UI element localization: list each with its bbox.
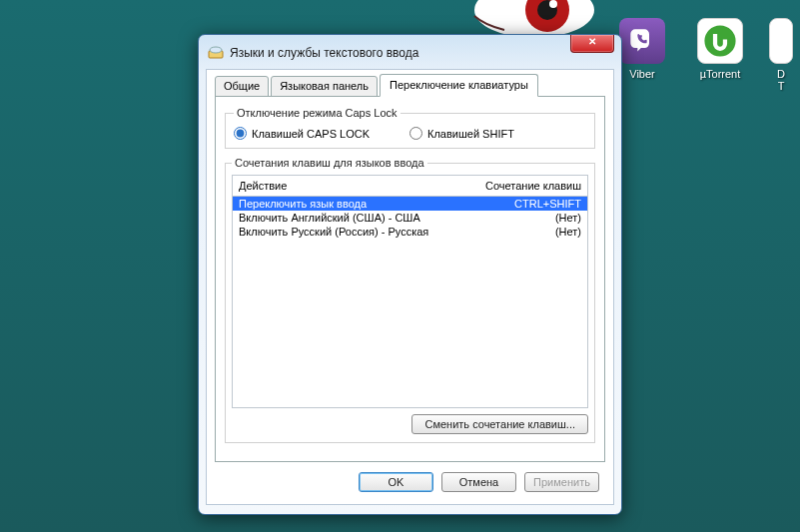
capslock-group: Отключение режима Caps Lock Клавишей CAP… xyxy=(225,107,595,149)
tab-general[interactable]: Общие xyxy=(215,76,269,97)
tab-content: Отключение режима Caps Lock Клавишей CAP… xyxy=(215,96,605,462)
close-button[interactable]: ✕ xyxy=(570,35,614,53)
close-icon: ✕ xyxy=(588,36,596,47)
desktop-icon-label: T xyxy=(778,80,785,92)
svg-point-6 xyxy=(210,47,222,53)
list-header: Действие Сочетание клавиш xyxy=(232,175,588,197)
radio-shift[interactable]: Клавишей SHIFT xyxy=(409,127,514,140)
desktop-icon-label: Viber xyxy=(629,68,654,80)
tab-strip: Общие Языковая панель Переключение клави… xyxy=(215,76,605,97)
titlebar[interactable]: Языки и службы текстового ввода xyxy=(206,41,614,65)
hotkeys-group: Сочетания клавиш для языков ввода Действ… xyxy=(225,157,595,443)
window-title: Языки и службы текстового ввода xyxy=(230,46,612,60)
ok-button[interactable]: OK xyxy=(359,472,433,492)
dialog-window: ✕ Языки и службы текстового ввода Общие … xyxy=(198,34,622,515)
list-item[interactable]: Включить Английский (США) - США (Нет) xyxy=(233,211,587,225)
apply-button[interactable]: Применить xyxy=(524,472,599,492)
desktop-icon-label: D xyxy=(777,68,785,80)
desktop-icon-label: µTorrent xyxy=(700,68,741,80)
col-combo: Сочетание клавиш xyxy=(485,180,581,192)
list-item[interactable]: Включить Русский (Россия) - Русская (Нет… xyxy=(233,225,587,239)
svg-point-3 xyxy=(549,0,557,8)
col-action: Действие xyxy=(239,180,287,192)
capslock-legend: Отключение режима Caps Lock xyxy=(234,107,400,119)
svg-point-4 xyxy=(704,25,735,56)
list-item[interactable]: Переключить язык ввода CTRL+SHIFT xyxy=(233,197,587,211)
desktop-icon-utorrent[interactable]: µTorrent xyxy=(690,18,750,92)
radio-shift-input[interactable] xyxy=(409,127,422,140)
tab-keyboard-switch[interactable]: Переключение клавиатуры xyxy=(380,74,538,97)
radio-capslock[interactable]: Клавишей CAPS LOCK xyxy=(234,127,370,140)
dialog-buttons: OK Отмена Применить xyxy=(215,462,605,494)
desktop-icons: Viber µTorrent D T xyxy=(612,18,800,92)
cancel-button[interactable]: Отмена xyxy=(441,472,516,492)
change-hotkey-button[interactable]: Сменить сочетание клавиш... xyxy=(411,414,588,434)
dialog-body: Общие Языковая панель Переключение клави… xyxy=(206,69,614,505)
hotkeys-list[interactable]: Переключить язык ввода CTRL+SHIFT Включи… xyxy=(232,197,588,408)
radio-capslock-input[interactable] xyxy=(234,127,247,140)
hotkeys-legend: Сочетания клавиш для языков ввода xyxy=(232,157,427,169)
window-icon xyxy=(208,45,224,61)
tab-language-bar[interactable]: Языковая панель xyxy=(271,76,378,97)
desktop-icon-partial[interactable]: D T xyxy=(768,18,794,92)
